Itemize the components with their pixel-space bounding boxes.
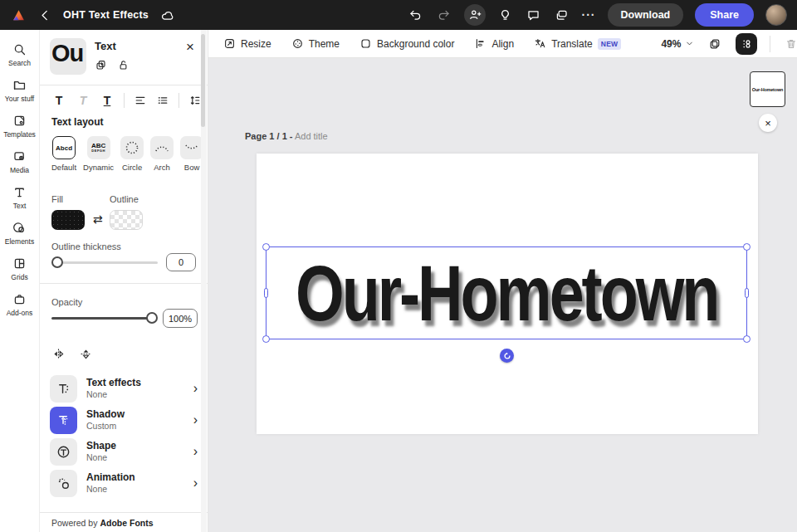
download-button[interactable]: Download: [608, 3, 684, 27]
sidebar-item-media[interactable]: Media: [0, 147, 40, 177]
duplicate-icon[interactable]: [95, 59, 107, 71]
italic-button[interactable]: T: [76, 94, 90, 107]
outline-thickness-value[interactable]: 0: [166, 253, 196, 271]
adobe-express-logo-icon[interactable]: [10, 7, 27, 23]
arch-layout-icon: [153, 139, 171, 157]
zoom-control[interactable]: 49%: [661, 38, 694, 50]
search-icon: [12, 42, 27, 56]
opacity-value[interactable]: 100%: [163, 309, 198, 328]
undo-icon[interactable]: [408, 7, 424, 23]
canvas-text-element[interactable]: Our-Hometown: [266, 246, 747, 339]
outline-thickness-slider[interactable]: [51, 256, 158, 268]
animation-item[interactable]: Animation None ›: [50, 467, 199, 499]
shadow-item[interactable]: Shadow Custom ›: [50, 404, 199, 436]
close-thumbnail-icon[interactable]: ×: [759, 114, 777, 132]
sidebar-item-templates[interactable]: Templates: [0, 111, 40, 141]
flip-controls: [51, 347, 93, 361]
swap-fill-outline-icon[interactable]: ⇄: [93, 212, 103, 226]
unlock-icon[interactable]: [117, 59, 130, 71]
grids-icon: [12, 256, 27, 271]
shape-item[interactable]: Shape None ›: [50, 436, 199, 467]
app-sidebar: Search Your stuff Templates Media Text E…: [0, 30, 40, 532]
effects-list: Text effects None › Shadow Custom ›: [50, 373, 199, 499]
theme-button[interactable]: Theme: [291, 37, 340, 50]
page-label[interactable]: Page 1 / 1 - Add title: [245, 131, 328, 141]
sidebar-item-your-stuff[interactable]: Your stuff: [0, 76, 40, 105]
underline-button[interactable]: T: [100, 94, 115, 107]
theme-icon: [291, 37, 304, 50]
duplicate-page-icon[interactable]: [707, 36, 723, 52]
text-layout-options: Abcd Default ABCDEFGH Dynamic Circle Arc…: [51, 136, 203, 172]
fill-color-swatch[interactable]: [51, 210, 85, 230]
background-color-button[interactable]: Background color: [359, 37, 454, 50]
canvas-workspace: Resize Theme Background color Align Tran…: [208, 30, 797, 532]
sidebar-item-text[interactable]: Text: [0, 183, 40, 212]
text-effects-item[interactable]: Text effects None ›: [50, 373, 199, 404]
canvas-toolbar: Resize Theme Background color Align Tran…: [208, 30, 797, 58]
resize-handle-bottom-right[interactable]: [743, 335, 751, 343]
opacity-slider[interactable]: [51, 312, 158, 324]
page-thumbnail[interactable]: Our-Hometown: [750, 71, 785, 107]
chat-threads-icon[interactable]: [554, 7, 570, 23]
properties-panel-toggle[interactable]: [736, 33, 757, 55]
chevron-right-icon: ›: [193, 412, 198, 427]
layout-option-bow[interactable]: Bow: [180, 136, 203, 172]
close-panel-icon[interactable]: ×: [186, 40, 194, 54]
user-avatar[interactable]: [765, 4, 787, 26]
chevron-right-icon: ›: [193, 476, 198, 491]
invite-collaborators-icon[interactable]: [464, 4, 486, 26]
opacity-label: Opacity: [51, 297, 82, 307]
back-chevron-icon[interactable]: [37, 7, 53, 23]
document-title[interactable]: OHT Text Effects: [63, 9, 149, 21]
translate-button[interactable]: Translate NEW: [534, 37, 621, 50]
redo-icon[interactable]: [436, 7, 452, 23]
panel-scrollbar[interactable]: [201, 30, 207, 532]
text-align-button[interactable]: [134, 94, 147, 107]
delete-icon[interactable]: [783, 36, 797, 52]
outline-label: Outline: [110, 194, 139, 204]
list-button[interactable]: [156, 94, 169, 107]
lightbulb-icon[interactable]: [497, 7, 514, 23]
chevron-right-icon: ›: [193, 381, 198, 396]
text-properties-panel: Ou Text × T T T: [40, 30, 208, 532]
flip-horizontal-icon[interactable]: [51, 347, 66, 361]
more-options-icon[interactable]: ···: [582, 8, 596, 22]
text-icon: [12, 185, 27, 199]
resize-handle-top-right[interactable]: [743, 243, 751, 251]
sidebar-item-grids[interactable]: Grids: [0, 254, 40, 284]
new-badge: NEW: [598, 38, 622, 50]
resize-handle-right[interactable]: [745, 288, 749, 298]
translate-icon: [534, 37, 546, 50]
chevron-right-icon: ›: [193, 444, 198, 459]
cloud-sync-icon[interactable]: [159, 7, 175, 23]
elements-icon: [12, 221, 27, 235]
rotate-handle[interactable]: [500, 349, 514, 363]
shape-icon: [50, 438, 77, 466]
outline-color-swatch[interactable]: [110, 210, 143, 230]
bold-button[interactable]: T: [51, 94, 66, 107]
sidebar-item-elements[interactable]: Elements: [0, 218, 40, 248]
top-bar: OHT Text Effects ···: [0, 0, 797, 30]
outline-thickness-label: Outline thickness: [51, 242, 121, 251]
resize-button[interactable]: Resize: [223, 37, 271, 50]
share-button[interactable]: Share: [695, 3, 754, 27]
animation-icon: [50, 470, 77, 497]
line-spacing-button[interactable]: [188, 94, 202, 107]
resize-handle-top-left[interactable]: [262, 243, 270, 251]
flip-vertical-icon[interactable]: [79, 347, 93, 361]
align-button[interactable]: Align: [474, 37, 514, 50]
sidebar-item-add-ons[interactable]: Add-ons: [0, 290, 40, 320]
media-icon: [12, 149, 27, 164]
adobe-fonts-attribution: Powered byAdobe Fonts: [40, 512, 208, 532]
layout-option-circle[interactable]: Circle: [120, 136, 144, 172]
bow-layout-icon: [183, 139, 201, 157]
sidebar-item-search[interactable]: Search: [0, 40, 40, 70]
resize-handle-bottom-left[interactable]: [262, 335, 270, 343]
resize-handle-left[interactable]: [264, 288, 268, 298]
fill-label: Fill: [51, 194, 63, 204]
resize-icon: [223, 37, 236, 50]
layout-option-default[interactable]: Abcd Default: [51, 136, 76, 172]
layout-option-arch[interactable]: Arch: [150, 136, 174, 172]
layout-option-dynamic[interactable]: ABCDEFGH Dynamic: [83, 136, 114, 172]
comment-icon[interactable]: [526, 7, 542, 23]
